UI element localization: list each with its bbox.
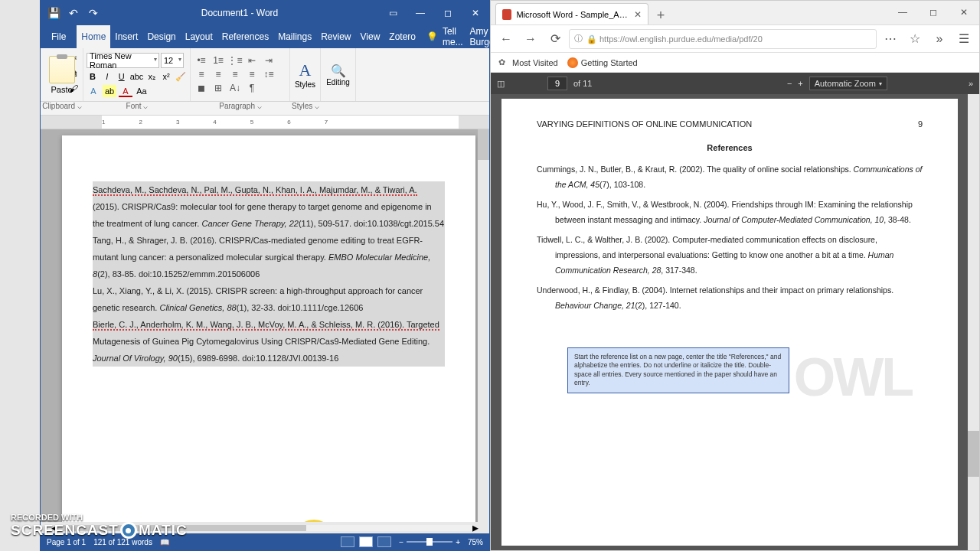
pdf-zoom-combo[interactable]: Automatic Zoom▾ <box>809 77 887 90</box>
tab-review[interactable]: Review <box>316 25 355 48</box>
align-left-icon[interactable]: ≡ <box>194 68 209 80</box>
spell-check-icon[interactable]: 📖 <box>160 538 169 546</box>
minimize-button[interactable]: — <box>407 1 434 25</box>
bookmark-star-icon[interactable]: ☆ <box>904 28 926 50</box>
bullets-icon[interactable]: •≡ <box>194 54 209 67</box>
paste-icon[interactable] <box>49 56 75 83</box>
styles-group[interactable]: A Styles <box>290 48 321 101</box>
tab-close-icon[interactable]: ✕ <box>634 9 642 20</box>
increase-indent-icon[interactable]: ⇥ <box>261 54 276 67</box>
tab-layout[interactable]: Layout <box>181 25 217 48</box>
reference-entry[interactable]: Underwood, H., & Findlay, B. (2004). Int… <box>537 283 923 314</box>
tab-mailings[interactable]: Mailings <box>273 25 316 48</box>
maximize-button[interactable]: ◻ <box>434 1 462 25</box>
horizontal-ruler[interactable]: 1234567 <box>41 116 489 129</box>
ribbon-options-icon[interactable]: ▭ <box>379 1 407 25</box>
pdf-content[interactable]: OWL VARYING DEFINITIONS OF ONLINE COMMUN… <box>491 94 979 550</box>
tell-me-icon[interactable]: 💡 <box>426 30 438 44</box>
borders-icon[interactable]: ⊞ <box>211 82 226 94</box>
reference-entry[interactable]: Tidwell, L. C., & Walther, J. B. (2002).… <box>537 233 923 279</box>
tab-file[interactable]: File <box>41 25 77 48</box>
forward-button[interactable]: → <box>520 28 541 50</box>
highlight-icon[interactable]: ab <box>103 85 116 97</box>
pdf-tools-icon[interactable]: » <box>969 79 973 88</box>
superscript-button[interactable]: x² <box>160 70 172 83</box>
numbering-icon[interactable]: 1≡ <box>211 54 226 67</box>
find-icon[interactable]: 🔍 <box>324 64 352 78</box>
more-actions-icon[interactable]: ⋯ <box>880 28 901 50</box>
tab-references[interactable]: References <box>217 25 273 48</box>
zoom-out-icon[interactable]: − <box>399 538 403 546</box>
reference-entry[interactable]: Sachdeva, M., Sachdeva, N., Pal, M., Gup… <box>93 181 445 232</box>
reference-entry[interactable]: Bierle, C. J., Anderholm, K. M., Wang, J… <box>93 316 445 367</box>
show-marks-icon[interactable]: ¶ <box>244 82 260 94</box>
vertical-scrollbar[interactable] <box>478 129 489 522</box>
undo-icon[interactable]: ↶ <box>67 6 80 20</box>
tab-insert[interactable]: Insert <box>110 25 142 48</box>
underline-button[interactable]: U <box>116 70 128 83</box>
text-effects-icon[interactable]: A <box>87 85 100 97</box>
reference-entry[interactable]: Hu, Y., Wood, J. F., Smith, V., & Westbr… <box>537 197 923 228</box>
shading-icon[interactable]: ◼ <box>194 82 209 94</box>
close-button[interactable]: ✕ <box>949 0 979 24</box>
zoom-in-icon[interactable]: + <box>798 79 802 88</box>
font-color-icon[interactable]: A <box>119 85 132 97</box>
align-center-icon[interactable]: ≡ <box>211 68 226 80</box>
styles-icon[interactable]: A <box>293 60 317 80</box>
sidebar-toggle-icon[interactable]: ◫ <box>497 79 505 89</box>
menu-icon[interactable]: ☰ <box>953 28 975 50</box>
address-bar[interactable]: ⓘ 🔒 https://owl.english.purdue.edu/media… <box>569 29 877 49</box>
document-page[interactable]: Sachdeva, M., Sachdeva, N., Pal, M., Gup… <box>62 135 475 522</box>
maximize-button[interactable]: ◻ <box>918 0 949 24</box>
save-icon[interactable]: 💾 <box>47 6 60 20</box>
align-right-icon[interactable]: ≡ <box>227 68 243 80</box>
new-tab-button[interactable]: + <box>652 6 670 24</box>
subscript-button[interactable]: x₂ <box>145 70 158 83</box>
document-area[interactable]: Sachdeva, M., Sachdeva, N., Pal, M., Gup… <box>41 129 489 522</box>
strike-button[interactable]: abc <box>130 70 144 83</box>
clear-format-icon[interactable]: 🧹 <box>175 70 187 83</box>
font-name-combo[interactable]: Times New Roman▾ <box>87 53 159 68</box>
browser-tab[interactable]: Microsoft Word - Sample_APA_11 ✕ <box>495 3 648 24</box>
zoom-level[interactable]: 75% <box>468 538 483 546</box>
info-icon[interactable]: ⓘ <box>574 33 583 44</box>
web-layout-icon[interactable] <box>377 536 391 547</box>
bold-button[interactable]: B <box>87 70 99 83</box>
most-visited-bookmark[interactable]: ✿Most Visited <box>498 57 558 68</box>
format-painter-icon[interactable]: 🖌 <box>66 82 81 96</box>
zoom-in-icon[interactable]: + <box>456 538 460 546</box>
justify-icon[interactable]: ≡ <box>244 68 260 80</box>
editing-group[interactable]: 🔍 Editing <box>321 48 356 101</box>
font-size-combo[interactable]: 12▾ <box>161 53 184 68</box>
change-case-icon[interactable]: Aa <box>135 85 149 97</box>
decrease-indent-icon[interactable]: ⇤ <box>244 54 260 67</box>
read-mode-icon[interactable] <box>341 536 354 547</box>
print-layout-icon[interactable] <box>359 536 373 547</box>
pdf-page[interactable]: OWL VARYING DEFINITIONS OF ONLINE COMMUN… <box>501 99 958 546</box>
getting-started-bookmark[interactable]: Getting Started <box>567 57 638 68</box>
multilevel-icon[interactable]: ⋮≡ <box>227 54 243 67</box>
italic-button[interactable]: I <box>101 70 113 83</box>
tab-home[interactable]: Home <box>77 25 110 48</box>
redo-icon[interactable]: ↷ <box>87 6 100 20</box>
reference-entry[interactable]: Cummings, J. N., Butler, B., & Kraut, R.… <box>537 162 923 193</box>
sort-icon[interactable]: A↓ <box>227 82 243 94</box>
tell-me-label[interactable]: Tell me... <box>443 26 466 47</box>
tab-zotero[interactable]: Zotero <box>384 25 420 48</box>
minimize-button[interactable]: — <box>887 0 918 24</box>
close-button[interactable]: ✕ <box>462 1 489 25</box>
page-indicator[interactable]: Page 1 of 1 <box>47 538 86 546</box>
zoom-slider[interactable]: − + <box>399 538 460 546</box>
word-count[interactable]: 121 of 121 words <box>93 538 152 546</box>
reference-entry[interactable]: Lu, X., Xiang, Y., & Li, X. (2015). CRIS… <box>93 282 445 316</box>
pdf-page-input[interactable] <box>547 77 567 90</box>
tab-design[interactable]: Design <box>142 25 180 48</box>
line-spacing-icon[interactable]: ↕≡ <box>261 68 276 80</box>
overflow-icon[interactable]: » <box>929 28 950 50</box>
pdf-vertical-scrollbar[interactable] <box>968 94 979 550</box>
tab-view[interactable]: View <box>356 25 385 48</box>
zoom-out-icon[interactable]: − <box>787 79 792 88</box>
reference-entry[interactable]: Tang, H., & Shrager, J. B. (2016). CRISP… <box>93 232 445 282</box>
back-button[interactable]: ← <box>495 28 517 50</box>
reload-button[interactable]: ⟳ <box>544 28 566 50</box>
